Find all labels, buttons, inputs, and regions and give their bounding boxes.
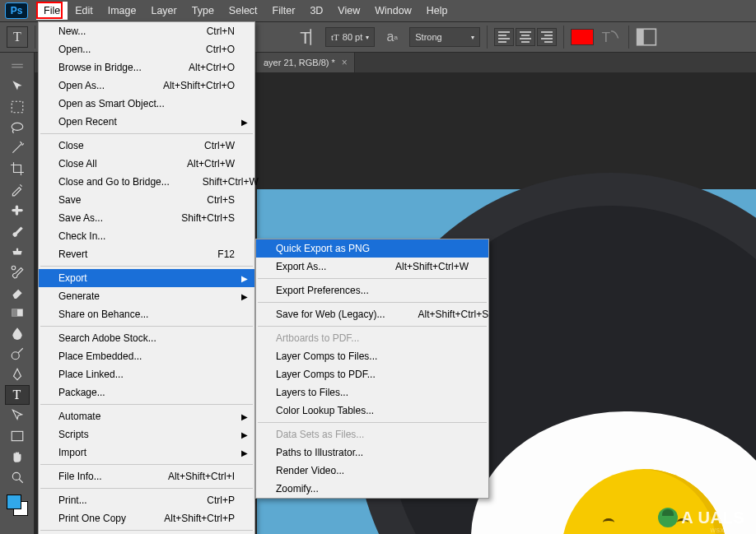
pen-tool-icon[interactable]: [5, 365, 30, 384]
export-menu-item[interactable]: Layers to Files...: [256, 383, 488, 402]
move-tool-icon[interactable]: [5, 77, 30, 96]
menu-filter[interactable]: Filter: [265, 2, 303, 20]
menu-item-label: Layers to Files...: [276, 387, 348, 398]
file-menu-item[interactable]: Open Recent▶: [39, 113, 254, 131]
menu-item-label: Import: [58, 447, 86, 458]
file-menu-item[interactable]: Package...: [39, 383, 254, 402]
handle-icon[interactable]: [5, 56, 30, 76]
foreground-color-swatch[interactable]: [7, 495, 21, 509]
lasso-tool-icon[interactable]: [5, 118, 30, 137]
file-menu-item[interactable]: Browse in Bridge...Alt+Ctrl+O: [39, 58, 254, 77]
hand-tool-icon[interactable]: [5, 447, 30, 467]
align-right-button[interactable]: [537, 28, 557, 46]
file-menu-item[interactable]: File Info...Alt+Shift+Ctrl+I: [39, 467, 254, 485]
menu-item-label: Close: [58, 140, 84, 151]
text-color-swatch[interactable]: [571, 29, 594, 45]
align-center-button[interactable]: [516, 28, 535, 46]
svg-rect-4: [12, 64, 23, 65]
type-tool-icon[interactable]: T: [5, 385, 30, 405]
menu-select[interactable]: Select: [222, 2, 265, 20]
menu-layer[interactable]: Layer: [143, 2, 184, 20]
gradient-tool-icon[interactable]: [5, 303, 30, 323]
file-menu-item[interactable]: CloseCtrl+W: [39, 137, 254, 155]
file-menu-item[interactable]: Place Embedded...: [39, 347, 254, 365]
menu-separator: [258, 326, 487, 327]
menu-item-label: Save for Web (Legacy)...: [276, 309, 385, 320]
document-tab-title: ayer 21, RGB/8) *: [264, 58, 335, 67]
document-tab[interactable]: ayer 21, RGB/8) * ×: [257, 53, 355, 72]
file-menu-item[interactable]: Open...Ctrl+O: [39, 40, 254, 58]
menu-item-label: Export: [58, 272, 87, 284]
file-menu-item[interactable]: Generate▶: [39, 287, 254, 305]
file-menu-item[interactable]: Open As...Alt+Shift+Ctrl+O: [39, 77, 254, 95]
path-selection-tool-icon[interactable]: [5, 406, 30, 425]
file-menu-item[interactable]: Print...Ctrl+P: [39, 491, 254, 509]
export-menu-item[interactable]: Paths to Illustrator...: [256, 443, 488, 462]
marquee-tool-icon[interactable]: [5, 97, 30, 117]
close-tab-icon[interactable]: ×: [342, 57, 348, 68]
antialias-icon: aa: [381, 27, 403, 47]
blur-tool-icon[interactable]: [5, 323, 30, 343]
menu-item-label: Quick Export as PNG: [276, 243, 370, 254]
file-menu-item[interactable]: Close and Go to Bridge...Shift+Ctrl+W: [39, 173, 254, 191]
file-menu-item[interactable]: Search Adobe Stock...: [39, 329, 254, 347]
color-swatches[interactable]: [5, 493, 30, 516]
file-menu-item[interactable]: Save As...Shift+Ctrl+S: [39, 209, 254, 227]
export-menu-item[interactable]: Quick Export as PNG: [256, 239, 488, 258]
menu-item-label: Open as Smart Object...: [58, 98, 165, 109]
file-menu-item[interactable]: Close AllAlt+Ctrl+W: [39, 155, 254, 173]
file-menu-item[interactable]: Share on Behance...: [39, 305, 254, 323]
clone-stamp-tool-icon[interactable]: [5, 241, 30, 261]
svg-rect-5: [12, 67, 23, 67]
export-menu-item[interactable]: Render Video...: [256, 462, 488, 480]
antialias-control[interactable]: Strong ▾: [409, 27, 480, 47]
zoom-tool-icon[interactable]: [5, 467, 30, 487]
panels-toggle-icon[interactable]: [636, 27, 657, 47]
file-menu-item[interactable]: Print One CopyAlt+Shift+Ctrl+P: [39, 509, 254, 527]
font-size-control[interactable]: tT 80 pt ▾: [325, 27, 375, 47]
menu-edit[interactable]: Edit: [68, 2, 100, 20]
file-menu-item[interactable]: Export▶: [39, 269, 254, 287]
file-menu-item[interactable]: Place Linked...: [39, 365, 254, 383]
history-brush-tool-icon[interactable]: [5, 262, 30, 281]
file-menu-item[interactable]: Check In...: [39, 227, 254, 245]
dodge-tool-icon[interactable]: [5, 344, 30, 364]
menu-separator: [40, 464, 253, 465]
menu-item-label: Print One Copy: [58, 513, 126, 524]
export-menu-item[interactable]: Save for Web (Legacy)...Alt+Shift+Ctrl+S: [256, 305, 488, 323]
file-menu-item[interactable]: SaveCtrl+S: [39, 191, 254, 209]
brush-tool-icon[interactable]: [5, 221, 30, 240]
magic-wand-tool-icon[interactable]: [5, 138, 30, 158]
warp-text-icon[interactable]: T: [600, 27, 622, 47]
menu-view[interactable]: View: [330, 2, 367, 20]
file-menu-item[interactable]: Import▶: [39, 443, 254, 462]
eraser-tool-icon[interactable]: [5, 282, 30, 302]
healing-brush-tool-icon[interactable]: [5, 200, 30, 220]
align-left-button[interactable]: [494, 28, 514, 46]
menu-window[interactable]: Window: [367, 2, 418, 20]
export-menu-item[interactable]: Layer Comps to PDF...: [256, 365, 488, 383]
active-tool-icon[interactable]: T: [7, 26, 28, 48]
menu-type[interactable]: Type: [184, 2, 222, 20]
eyedropper-tool-icon[interactable]: [5, 179, 30, 199]
rectangle-tool-icon[interactable]: [5, 426, 30, 446]
crop-tool-icon[interactable]: [5, 159, 30, 179]
watermark-text: A UALS: [681, 508, 744, 527]
export-menu-item[interactable]: Layer Comps to Files...: [256, 347, 488, 365]
file-menu-item[interactable]: Open as Smart Object...: [39, 95, 254, 113]
text-orientation-icon[interactable]: T: [297, 27, 319, 47]
menu-help[interactable]: Help: [419, 2, 455, 20]
export-menu-item[interactable]: Export As...Alt+Shift+Ctrl+W: [256, 258, 488, 276]
menu-file[interactable]: File: [36, 2, 68, 20]
export-menu-item[interactable]: Color Lookup Tables...: [256, 402, 488, 420]
menu-image[interactable]: Image: [100, 2, 144, 20]
menu-3d[interactable]: 3D: [302, 2, 330, 20]
export-menu-item[interactable]: Zoomify...: [256, 480, 488, 498]
menu-item-label: Export As...: [276, 261, 326, 272]
file-menu-item[interactable]: RevertF12: [39, 245, 254, 263]
file-menu-item[interactable]: New...Ctrl+N: [39, 22, 254, 40]
file-menu-item[interactable]: Automate▶: [39, 407, 254, 425]
svg-rect-14: [12, 431, 23, 440]
file-menu-item[interactable]: Scripts▶: [39, 425, 254, 443]
export-menu-item[interactable]: Export Preferences...: [256, 281, 488, 300]
